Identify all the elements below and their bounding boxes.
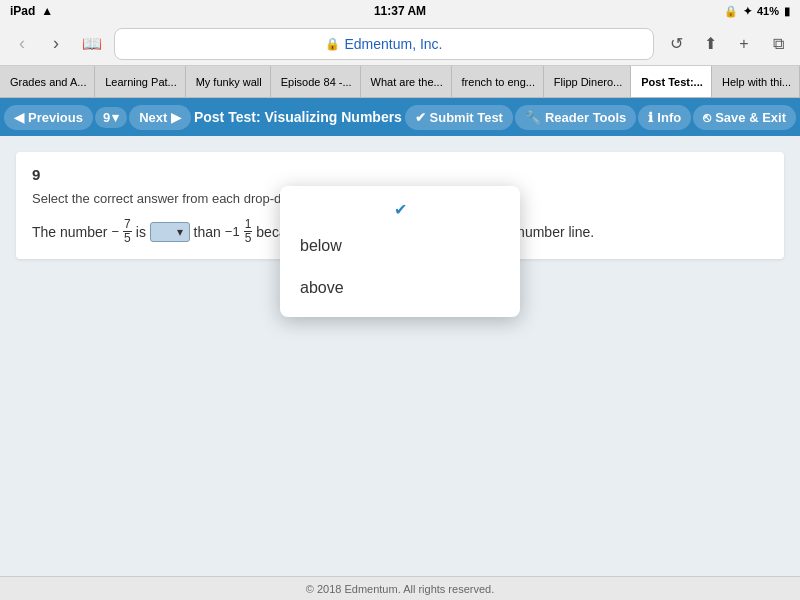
dropdown-item-above[interactable]: above	[280, 267, 520, 309]
browser-actions: ↺ ⬆ + ⧉	[662, 30, 792, 58]
lock-status-icon: 🔒	[724, 5, 738, 18]
next-button-toolbar[interactable]: Next ▶	[129, 105, 191, 130]
fraction-1-den: 5	[123, 232, 132, 245]
tab-funky[interactable]: My funky wall	[186, 66, 271, 97]
text-is: is	[136, 224, 146, 240]
submit-check-icon: ✔	[415, 110, 426, 125]
wifi-icon: ▲	[41, 4, 53, 18]
submit-label: Submit Test	[430, 110, 503, 125]
tab-what[interactable]: What are the...	[361, 66, 452, 97]
tab-label: Post Test:...	[641, 76, 703, 88]
battery-icon: ▮	[784, 5, 790, 18]
bluetooth-icon: ✦	[743, 5, 752, 18]
info-button[interactable]: ℹ Info	[638, 105, 691, 130]
tab-help[interactable]: Help with thi...	[712, 66, 800, 97]
url-text: Edmentum, Inc.	[344, 36, 442, 52]
reader-label: Reader Tools	[545, 110, 626, 125]
neg-sign-1: −	[111, 224, 119, 239]
fraction-2-num: 1	[244, 218, 253, 232]
tab-french[interactable]: french to eng...	[452, 66, 544, 97]
question-number: 9	[103, 110, 110, 125]
text-the-number: The number	[32, 224, 107, 240]
text-than: than	[194, 224, 221, 240]
prev-arrow-icon: ◀	[14, 110, 24, 125]
status-bar: iPad ▲ 11:37 AM 🔒 ✦ 41% ▮	[0, 0, 800, 22]
main-content: 9 Select the correct answer from each dr…	[0, 136, 800, 576]
dropdown-popup: ✔ below above	[280, 186, 520, 317]
save-label: Save & Exit	[715, 110, 786, 125]
tabs-bar: Grades and A... Learning Pat... My funky…	[0, 66, 800, 98]
tab-episode[interactable]: Episode 84 -...	[271, 66, 361, 97]
forward-button[interactable]: ›	[42, 30, 70, 58]
tab-label: french to eng...	[462, 76, 535, 88]
previous-label: Previous	[28, 110, 83, 125]
dropdown-1[interactable]: ▾	[150, 222, 190, 242]
tab-label: Flipp Dinero...	[554, 76, 622, 88]
url-bar[interactable]: 🔒 Edmentum, Inc.	[114, 28, 654, 60]
add-tab-button[interactable]: +	[730, 30, 758, 58]
tab-post-test[interactable]: Post Test:...	[631, 66, 712, 97]
reader-tools-button[interactable]: 🔧 Reader Tools	[515, 105, 636, 130]
dropdown-checkmark: ✔	[280, 194, 520, 225]
fraction-2: 1 5	[244, 218, 253, 245]
tab-learning[interactable]: Learning Pat...	[95, 66, 185, 97]
next-label: Next	[139, 110, 167, 125]
tab-label: My funky wall	[196, 76, 262, 88]
footer: © 2018 Edmentum. All rights reserved.	[0, 576, 800, 600]
next-arrow-icon: ▶	[171, 110, 181, 125]
chevron-down-icon: ▾	[112, 110, 119, 125]
save-exit-button[interactable]: ⎋ Save & Exit	[693, 105, 796, 130]
dropdown-1-value	[157, 225, 174, 239]
wrench-icon: 🔧	[525, 110, 541, 125]
dropdown-1-arrow-icon: ▾	[177, 225, 183, 239]
tab-label: Episode 84 -...	[281, 76, 352, 88]
tab-flipp[interactable]: Flipp Dinero...	[544, 66, 631, 97]
browser-chrome: ‹ › 📖 🔒 Edmentum, Inc. ↺ ⬆ + ⧉	[0, 22, 800, 66]
question-navigator[interactable]: 9 ▾	[95, 107, 127, 128]
tab-label: Help with thi...	[722, 76, 791, 88]
nav-arrows: ‹ ›	[8, 30, 70, 58]
clock: 11:37 AM	[374, 4, 426, 18]
tab-grades[interactable]: Grades and A...	[0, 66, 95, 97]
tab-label: Learning Pat...	[105, 76, 177, 88]
footer-text: © 2018 Edmentum. All rights reserved.	[306, 583, 494, 595]
tab-label: Grades and A...	[10, 76, 86, 88]
tab-label: What are the...	[371, 76, 443, 88]
reload-button[interactable]: ↺	[662, 30, 690, 58]
toolbar-title: Post Test: Visualizing Numbers	[193, 109, 402, 125]
info-icon: ℹ	[648, 110, 653, 125]
app-toolbar: ◀ Previous 9 ▾ Next ▶ Post Test: Visuali…	[0, 98, 800, 136]
fraction-1: 7 5	[123, 218, 132, 245]
submit-test-button[interactable]: ✔ Submit Test	[405, 105, 513, 130]
question-number-label: 9	[32, 166, 768, 183]
bookmarks-button[interactable]: 📖	[78, 30, 106, 58]
carrier-label: iPad	[10, 4, 35, 18]
status-left: iPad ▲	[10, 4, 53, 18]
info-label: Info	[657, 110, 681, 125]
save-icon: ⎋	[703, 110, 711, 125]
previous-button[interactable]: ◀ Previous	[4, 105, 93, 130]
ssl-lock-icon: 🔒	[325, 37, 340, 51]
neg-sign-2: −1	[225, 224, 240, 239]
dropdown-item-below[interactable]: below	[280, 225, 520, 267]
battery-level: 41%	[757, 5, 779, 17]
share-button[interactable]: ⬆	[696, 30, 724, 58]
fraction-1-num: 7	[123, 218, 132, 232]
back-button[interactable]: ‹	[8, 30, 36, 58]
tabs-button[interactable]: ⧉	[764, 30, 792, 58]
fraction-2-den: 5	[244, 232, 253, 245]
status-right: 🔒 ✦ 41% ▮	[724, 5, 790, 18]
